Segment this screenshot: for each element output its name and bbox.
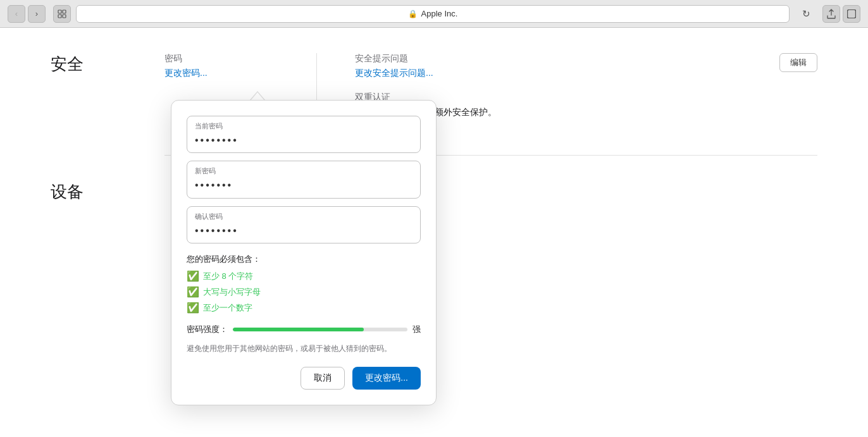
- address-bar[interactable]: 🔒 Apple Inc.: [76, 5, 790, 23]
- svg-rect-5: [849, 9, 853, 18]
- confirm-password-field[interactable]: 确认密码 ••••••••: [187, 206, 421, 243]
- confirm-password-input[interactable]: ••••••••: [195, 224, 412, 238]
- new-password-input[interactable]: •••••••: [195, 178, 412, 192]
- strength-label: 密码强度：: [187, 324, 228, 335]
- lock-icon: 🔒: [408, 9, 418, 18]
- modal-overlay: 当前密码 •••••••• 新密码 ••••••• 确认密码 ••••••••: [0, 28, 868, 437]
- strength-value: 强: [412, 324, 421, 335]
- svg-rect-1: [63, 10, 66, 13]
- requirement-1: ✅ 至少 8 个字符: [187, 270, 421, 282]
- nav-buttons: ‹ ›: [8, 5, 46, 23]
- current-password-field[interactable]: 当前密码 ••••••••: [187, 116, 421, 153]
- new-tab-button[interactable]: [843, 5, 860, 23]
- new-password-label: 新密码: [195, 166, 412, 176]
- requirement-3-text: 至少一个数字: [203, 302, 252, 314]
- requirement-2-text: 大写与小写字母: [203, 286, 261, 298]
- password-strength-row: 密码强度： 强: [187, 324, 421, 335]
- change-password-modal: 当前密码 •••••••• 新密码 ••••••• 确认密码 ••••••••: [171, 100, 437, 405]
- forward-button[interactable]: ›: [28, 5, 46, 23]
- requirement-1-text: 至少 8 个字符: [203, 271, 253, 282]
- check-icon-2: ✅: [187, 286, 199, 298]
- requirements-title: 您的密码必须包含：: [187, 254, 421, 265]
- current-password-input[interactable]: ••••••••: [195, 133, 412, 147]
- modal-arrow: [250, 91, 265, 100]
- svg-rect-3: [63, 15, 66, 18]
- confirm-password-group: 确认密码 ••••••••: [187, 206, 421, 243]
- modal-buttons: 取消 更改密码...: [187, 367, 421, 390]
- confirm-password-label: 确认密码: [195, 212, 412, 221]
- browser-chrome: ‹ › 🔒 Apple Inc. ↻: [0, 0, 868, 28]
- change-password-button[interactable]: 更改密码...: [352, 367, 421, 390]
- requirement-2: ✅ 大写与小写字母: [187, 286, 421, 298]
- url-text: Apple Inc.: [421, 9, 458, 18]
- strength-bar-fill: [233, 328, 364, 331]
- back-button[interactable]: ‹: [8, 5, 25, 23]
- password-requirements: 您的密码必须包含： ✅ 至少 8 个字符 ✅ 大写与小写字母 ✅ 至少一个数字: [187, 254, 421, 314]
- requirement-3: ✅ 至少一个数字: [187, 302, 421, 314]
- page-content: 安全 密码 更改密码... 安全提示问题 更改安全提示问题...: [0, 28, 868, 437]
- strength-bar: [233, 328, 407, 331]
- password-warning: 避免使用您用于其他网站的密码，或易于被他人猜到的密码。: [187, 343, 421, 354]
- new-password-group: 新密码 •••••••: [187, 161, 421, 198]
- share-button[interactable]: [822, 5, 840, 23]
- svg-rect-0: [58, 10, 61, 13]
- cancel-button[interactable]: 取消: [301, 367, 345, 390]
- browser-actions: [822, 5, 860, 23]
- current-password-group: 当前密码 ••••••••: [187, 116, 421, 153]
- reload-button[interactable]: ↻: [797, 5, 815, 23]
- new-password-field[interactable]: 新密码 •••••••: [187, 161, 421, 198]
- check-icon-3: ✅: [187, 302, 199, 314]
- check-icon-1: ✅: [187, 270, 199, 282]
- current-password-label: 当前密码: [195, 121, 412, 131]
- tab-button[interactable]: [53, 5, 71, 23]
- svg-rect-2: [58, 15, 61, 18]
